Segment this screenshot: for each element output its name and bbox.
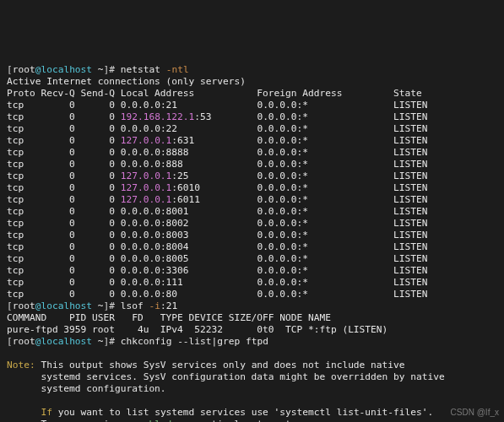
note-line [7, 348, 501, 360]
prompt-bracket-open: [ [7, 336, 13, 347]
prompt-bracket-close: ]# [104, 300, 121, 311]
netstat-foreign: 0.0.0.0:* [257, 218, 393, 229]
netstat-port: :888 [160, 159, 183, 170]
netstat-port: :111 [160, 277, 183, 288]
prompt-user: root [13, 300, 35, 311]
netstat-row: tcp 0 0 127.0.0.1:25 0.0.0.0:* LISTEN [7, 170, 501, 182]
prompt-user: root [13, 64, 35, 75]
netstat-ip: 0.0.0.0 [121, 253, 160, 264]
netstat-header-1: Active Internet connections (only server… [7, 76, 501, 88]
netstat-ip: 0.0.0.0 [121, 159, 160, 170]
note-line: Note: This output shows SysV services on… [7, 360, 501, 371]
prompt-bracket-close: ]# [104, 64, 121, 75]
netstat-ip: 127.0.0.1 [121, 182, 172, 193]
netstat-port: :631 [171, 135, 194, 146]
netstat-ip: 0.0.0.0 [121, 277, 160, 288]
prompt-path: ~ [92, 64, 103, 75]
prompt-host: localhost [41, 64, 92, 75]
netstat-row: tcp 0 0 0.0.0.0:8003 0.0.0.0:* LISTEN [7, 230, 501, 241]
netstat-row: tcp 0 0 0.0.0.0:22 0.0.0.0:* LISTEN [7, 123, 501, 135]
netstat-foreign: 0.0.0.0:* [257, 206, 393, 217]
netstat-port: :3306 [160, 265, 189, 276]
netstat-row: tcp 0 0 0.0.0.0:80 0.0.0.0:* LISTEN [7, 289, 501, 300]
prompt-host: localhost [41, 336, 92, 347]
netstat-ip: 127.0.0.1 [121, 170, 172, 181]
prompt-user: root [13, 336, 35, 347]
netstat-foreign: 0.0.0.0:* [257, 230, 393, 241]
note-line: To see services enabled on particular ta… [7, 419, 501, 422]
netstat-ip: 0.0.0.0 [121, 206, 160, 217]
netstat-port: :21 [160, 100, 177, 111]
netstat-state: LISTEN [393, 241, 427, 252]
cmd-lsof-opt: -i [149, 300, 160, 311]
netstat-foreign: 0.0.0.0:* [257, 123, 393, 134]
netstat-state: LISTEN [393, 159, 427, 170]
prompt-host: localhost [41, 300, 92, 311]
netstat-row: tcp 0 0 0.0.0.0:8002 0.0.0.0:* LISTEN [7, 218, 501, 230]
netstat-foreign: 0.0.0.0:* [257, 241, 393, 252]
netstat-state: LISTEN [393, 135, 427, 146]
netstat-port: :8888 [160, 147, 189, 158]
cmd-lsof-arg: :21 [160, 300, 177, 311]
netstat-state: LISTEN [393, 289, 427, 300]
prompt-path: ~ [92, 336, 103, 347]
netstat-ip: 0.0.0.0 [121, 100, 160, 111]
note-line: If you want to list systemd services use… [7, 407, 501, 419]
netstat-port: :25 [171, 170, 188, 181]
netstat-row: tcp 0 0 0.0.0.0:8001 0.0.0.0:* LISTEN [7, 206, 501, 218]
netstat-state: LISTEN [393, 147, 427, 158]
netstat-row: tcp 0 0 127.0.0.1:6011 0.0.0.0:* LISTEN [7, 194, 501, 206]
netstat-ip: 0.0.0.0 [121, 147, 160, 158]
netstat-state: LISTEN [393, 265, 427, 276]
netstat-ip: 0.0.0.0 [121, 123, 160, 134]
netstat-ip: 0.0.0.0 [121, 241, 160, 252]
netstat-foreign: 0.0.0.0:* [257, 147, 393, 158]
netstat-header-2: Proto Recv-Q Send-Q Local Address Foreig… [7, 88, 501, 100]
prompt-path: ~ [92, 300, 103, 311]
netstat-port: :6010 [171, 182, 200, 193]
netstat-row: tcp 0 0 0.0.0.0:888 0.0.0.0:* LISTEN [7, 159, 501, 170]
netstat-ip: 0.0.0.0 [121, 265, 160, 276]
prompt-bracket-close: ]# [104, 336, 121, 347]
netstat-port: :8001 [160, 206, 189, 217]
netstat-port: :8002 [160, 218, 189, 229]
netstat-ip: 127.0.0.1 [121, 135, 172, 146]
netstat-foreign: 0.0.0.0:* [257, 277, 393, 288]
netstat-ip: 192.168.122.1 [121, 111, 195, 122]
netstat-port: :6011 [171, 194, 200, 205]
netstat-row: tcp 0 0 192.168.122.1:53 0.0.0.0:* LISTE… [7, 111, 501, 123]
netstat-state: LISTEN [393, 123, 427, 134]
netstat-foreign: 0.0.0.0:* [257, 170, 393, 181]
netstat-port: :8003 [160, 230, 189, 241]
netstat-ip: 0.0.0.0 [121, 218, 160, 229]
cmd-chkconfig-list: chkconfig --list|grep ftpd [121, 336, 268, 347]
netstat-ip: 0.0.0.0 [121, 289, 160, 300]
netstat-state: LISTEN [393, 206, 427, 217]
netstat-row: tcp 0 0 0.0.0.0:8004 0.0.0.0:* LISTEN [7, 241, 501, 253]
netstat-row: tcp 0 0 0.0.0.0:3306 0.0.0.0:* LISTEN [7, 265, 501, 277]
netstat-port: :22 [160, 123, 177, 134]
netstat-row: tcp 0 0 0.0.0.0:21 0.0.0.0:* LISTEN [7, 100, 501, 111]
netstat-state: LISTEN [393, 111, 427, 122]
netstat-ip: 0.0.0.0 [121, 230, 160, 241]
netstat-foreign: 0.0.0.0:* [257, 111, 393, 122]
terminal[interactable]: [root@localhost ~]# netstat -ntlActive I… [0, 59, 504, 422]
watermark: CSDN @If_x [451, 407, 499, 419]
netstat-foreign: 0.0.0.0:* [257, 159, 393, 170]
netstat-state: LISTEN [393, 100, 427, 111]
netstat-row: tcp 0 0 0.0.0.0:8005 0.0.0.0:* LISTEN [7, 253, 501, 265]
note-line: systemd services. SysV configuration dat… [7, 371, 501, 383]
netstat-foreign: 0.0.0.0:* [257, 194, 393, 205]
cmd-netstat: netstat [121, 64, 166, 75]
netstat-row: tcp 0 0 0.0.0.0:8888 0.0.0.0:* LISTEN [7, 147, 501, 159]
netstat-state: LISTEN [393, 218, 427, 229]
netstat-foreign: 0.0.0.0:* [257, 135, 393, 146]
netstat-port: :80 [160, 289, 177, 300]
netstat-foreign: 0.0.0.0:* [257, 265, 393, 276]
netstat-row: tcp 0 0 0.0.0.0:111 0.0.0.0:* LISTEN [7, 277, 501, 289]
netstat-state: LISTEN [393, 170, 427, 181]
netstat-port: :53 [194, 111, 211, 122]
netstat-state: LISTEN [393, 277, 427, 288]
cmd-lsof: lsof [121, 300, 149, 311]
prompt-bracket-open: [ [7, 300, 13, 311]
